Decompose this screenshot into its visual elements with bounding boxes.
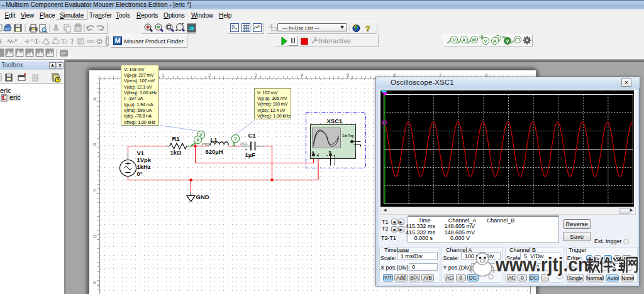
svg-text:1Vpk: 1Vpk [137, 156, 152, 163]
svg-text:PR2: PR2 [203, 142, 211, 146]
svg-text:C1: C1 [248, 132, 257, 139]
svg-text:?: ? [353, 24, 356, 29]
svg-text:V: V [484, 38, 487, 44]
svg-text:620µH: 620µH [206, 148, 223, 155]
svg-text:V: V [452, 37, 456, 43]
svg-text:+: + [245, 147, 248, 151]
svg-text:1µF: 1µF [245, 151, 256, 158]
svg-text:GND: GND [196, 193, 209, 200]
svg-text:1kΩ: 1kΩ [170, 149, 182, 156]
svg-text:PR1: PR1 [240, 141, 248, 146]
svg-text:L1: L1 [211, 136, 218, 143]
svg-text:W: W [472, 37, 477, 43]
svg-text:10: 10 [33, 76, 38, 80]
svg-text:1kHz: 1kHz [137, 163, 151, 170]
svg-text:A: A [462, 37, 466, 43]
svg-text:GP: GP [61, 52, 66, 55]
svg-text:V: V [506, 38, 509, 44]
svg-text:A: A [312, 150, 314, 154]
svg-text:V: V [234, 136, 237, 141]
svg-text:V1: V1 [137, 150, 145, 156]
svg-text:B: B [329, 150, 331, 154]
svg-text:?: ? [365, 24, 370, 33]
svg-text:XSC1: XSC1 [327, 117, 343, 124]
svg-text:A: A [196, 138, 199, 142]
svg-text:R1: R1 [172, 135, 180, 142]
svg-text:0°: 0° [137, 170, 143, 177]
svg-text:MISC: MISC [87, 40, 95, 43]
svg-text:Ext Trig: Ext Trig [343, 134, 354, 138]
svg-text:A: A [493, 38, 497, 44]
